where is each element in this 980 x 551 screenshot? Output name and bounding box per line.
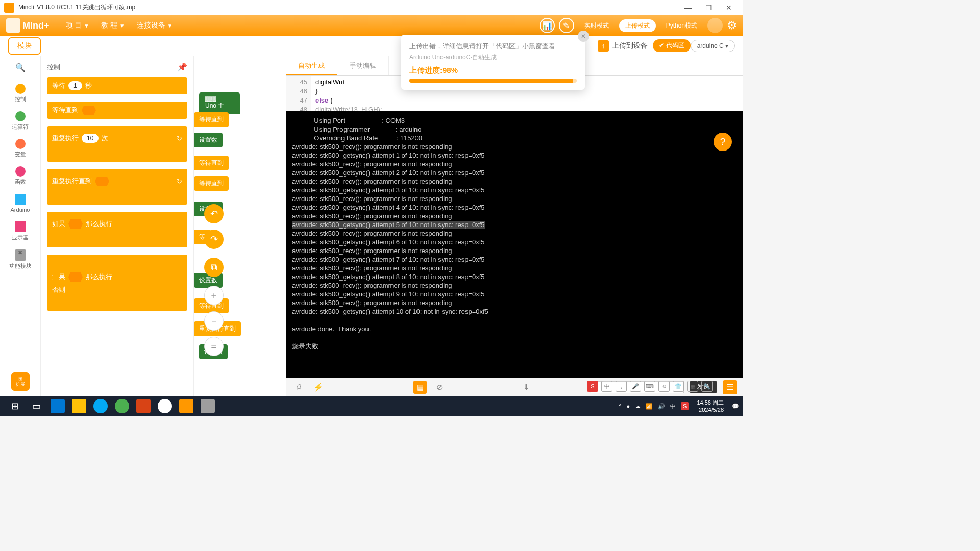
tray-icon[interactable]: ☁ — [635, 403, 641, 410]
tray-volume-icon[interactable]: 🔊 — [658, 403, 665, 410]
window-title: Mind+ V1.8.0 RC3.1 11关跳出循环可改.mp — [18, 3, 678, 12]
menu-project[interactable]: 项 目▼ — [60, 21, 95, 30]
console-menu-icon[interactable]: ☰ — [723, 380, 737, 394]
taskbar-app[interactable] — [47, 396, 68, 416]
redo-button[interactable]: ↷ — [204, 230, 224, 249]
pin-icon[interactable]: 📌 — [177, 62, 187, 72]
category-control[interactable]: 控制 — [3, 80, 38, 107]
clear-icon[interactable]: ⊘ — [433, 381, 446, 394]
category-arduino[interactable]: Arduino — [3, 190, 38, 217]
floating-ime-bar[interactable]: S 中 ， 🎤 ⌨ ☺ 👕 ▦ 🔧 — [587, 381, 713, 392]
edit-icon-button[interactable]: ✎ — [559, 18, 574, 33]
block-wait-until[interactable]: 等待直到 — [47, 102, 187, 119]
minimize-button[interactable]: — — [678, 0, 698, 15]
console-output[interactable]: Using Port : COM3 Using Programmer : ard… — [286, 111, 743, 378]
ime-punct: ， — [616, 381, 627, 392]
scroll-lock-icon[interactable]: ▤ — [413, 381, 427, 394]
taskbar-app[interactable] — [133, 396, 154, 416]
upload-progress-popup: ✕ 上传出错，详细信息请打开「代码区」小黑窗查看 Arduino Uno-ard… — [401, 35, 585, 90]
chart-icon-button[interactable]: 📊 — [540, 18, 555, 33]
menubar: Mind+ 项 目▼ 教 程▼ 连接设备▼ 📊 ✎ 实时模式 上传模式 Pyth… — [0, 15, 743, 36]
category-function-module[interactable]: ✖功能模块 — [3, 245, 38, 274]
tray-sogou-icon[interactable]: S — [681, 402, 689, 410]
ime-mic-icon: 🎤 — [630, 381, 641, 392]
block-if-then[interactable]: 如果 那么执行 — [47, 212, 187, 247]
search-icon[interactable]: 🔍 — [13, 60, 28, 74]
upload-to-device-button[interactable]: ↑ 上传到设备 — [593, 40, 653, 52]
chevron-down-icon: ▼ — [167, 23, 173, 29]
ime-tool-icon: 🔧 — [701, 381, 713, 392]
module-button[interactable]: 模块 — [8, 37, 41, 55]
canvas-block[interactable]: 等待直到 — [194, 112, 229, 127]
windows-taskbar: ⊞ ▭ ^ ● ☁ 📶 🔊 中 S 14:56 周二 2024/5/28 💬 — [0, 396, 743, 416]
disconnect-icon[interactable]: ⚡ — [311, 381, 325, 394]
ime-skin-icon: 👕 — [673, 381, 684, 392]
crop-button[interactable]: ⧉ — [204, 258, 224, 277]
maximize-button[interactable]: ☐ — [698, 0, 719, 15]
mode-realtime[interactable]: 实时模式 — [578, 19, 615, 32]
tab-manual-edit[interactable]: 手动编辑 — [337, 56, 389, 75]
zoom-out-button[interactable]: － — [204, 311, 224, 331]
tray-chevron-icon[interactable]: ^ — [619, 403, 621, 409]
taskbar-app[interactable] — [90, 396, 111, 416]
category-functions[interactable]: 函数 — [3, 162, 38, 190]
toolbar: 模块 ↑ 上传到设备 ✔ 代码区 arduino C ▾ — [0, 36, 743, 56]
canvas-main-block[interactable]: ▓▓▓Uno 主 — [199, 92, 240, 114]
tray-icon[interactable]: ● — [626, 403, 630, 409]
category-sidebar: 🔍 控制 运算符 变量 函数 Arduino 显示器 ✖功能模块 ⊞扩展 — [0, 56, 41, 396]
user-icon[interactable] — [707, 18, 723, 33]
notifications-icon[interactable]: 💬 — [732, 403, 739, 410]
ime-grid-icon: ▦ — [687, 381, 698, 392]
ime-face-icon: ☺ — [658, 381, 670, 392]
tray-ime[interactable]: 中 — [670, 403, 676, 410]
system-tray: ^ ● ☁ 📶 🔊 中 S 14:56 周二 2024/5/28 💬 — [619, 399, 739, 413]
code-area-button[interactable]: ✔ 代码区 — [653, 39, 690, 52]
close-button[interactable]: ✕ — [719, 0, 739, 15]
canvas-block[interactable]: 等待直到 — [194, 176, 229, 191]
start-button[interactable]: ⊞ — [4, 396, 26, 416]
main-layout: 🔍 控制 运算符 变量 函数 Arduino 显示器 ✖功能模块 ⊞扩展 控制 … — [0, 56, 743, 396]
taskbar-clock[interactable]: 14:56 周二 2024/5/28 — [694, 399, 727, 413]
help-button[interactable]: ? — [714, 133, 732, 151]
app-icon — [4, 3, 14, 13]
logo-text: Mind+ — [22, 20, 50, 31]
usb-icon[interactable]: ⎙ — [292, 381, 305, 394]
download-icon[interactable]: ⬇ — [520, 381, 533, 394]
category-variables[interactable]: 变量 — [3, 135, 38, 162]
canvas-block[interactable]: 设置数 — [194, 133, 223, 147]
extension-button[interactable]: ⊞扩展 — [11, 372, 30, 391]
task-view-icon[interactable]: ▭ — [26, 396, 47, 416]
undo-button[interactable]: ↶ — [204, 204, 224, 223]
tab-auto-generate[interactable]: 自动生成 — [286, 56, 337, 75]
reset-zoom-button[interactable]: ＝ — [204, 337, 224, 356]
language-select[interactable]: arduino C ▾ — [691, 40, 735, 52]
app-logo: Mind+ — [6, 18, 50, 33]
settings-icon[interactable]: ⚙ — [727, 19, 737, 32]
taskbar-app-active[interactable] — [176, 396, 197, 416]
taskbar-app[interactable] — [111, 396, 133, 416]
category-display[interactable]: 显示器 — [3, 217, 38, 245]
zoom-in-button[interactable]: ＋ — [204, 286, 224, 305]
code-lines: digitalWrit } else { digitalWrite(13, HI… — [311, 76, 386, 111]
taskbar-app[interactable] — [154, 396, 176, 416]
popup-close-icon[interactable]: ✕ — [578, 31, 589, 42]
menu-tutorial[interactable]: 教 程▼ — [95, 21, 131, 30]
canvas-block[interactable]: 等待直到 — [194, 156, 229, 170]
taskbar-app[interactable] — [197, 396, 218, 416]
tray-wifi-icon[interactable]: 📶 — [646, 403, 653, 410]
category-operators[interactable]: 运算符 — [3, 107, 38, 135]
loop-arrow-icon: ↻ — [177, 135, 182, 142]
block-repeat-until[interactable]: 重复执行直到 ↻ — [47, 169, 187, 205]
block-if-else[interactable]: 如果 那么执行 否则 — [47, 255, 187, 311]
block-canvas[interactable]: ▓▓▓Uno 主 等待直到 设置数 等待直到 等待直到 设置数 等 设置数 等待… — [194, 56, 286, 396]
line-gutter: 45464748 — [286, 76, 311, 111]
chevron-down-icon: ▼ — [119, 23, 125, 29]
block-wait[interactable]: 等待 1 秒 — [47, 77, 187, 94]
taskbar-app[interactable] — [68, 396, 90, 416]
mode-upload[interactable]: 上传模式 — [619, 19, 656, 32]
block-repeat[interactable]: 重复执行 10 次 ↻ — [47, 126, 187, 162]
block-palette: 控制 📌 等待 1 秒 等待直到 重复执行 10 次 ↻ 重复执行直到 ↻ 如果… — [41, 56, 194, 396]
mode-python[interactable]: Python模式 — [660, 19, 703, 32]
menu-connect-device[interactable]: 连接设备▼ — [131, 21, 179, 30]
upload-label: 上传到设备 — [612, 41, 648, 51]
